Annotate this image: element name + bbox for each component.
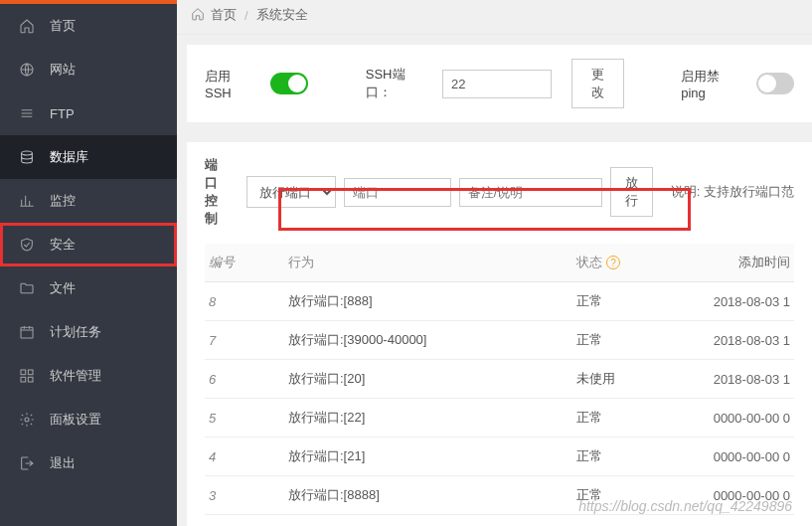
sidebar-item-settings[interactable]: 面板设置 (0, 398, 177, 441)
sidebar-item-cron[interactable]: 计划任务 (0, 310, 177, 354)
sidebar-item-software[interactable]: 软件管理 (0, 354, 177, 398)
table-row: 8放行端口:[888]正常2018-08-03 1 (205, 282, 794, 321)
cell-id: 6 (209, 372, 288, 387)
sidebar-item-security[interactable]: 安全 (0, 223, 177, 266)
port-type-select[interactable]: 放行端口 (246, 176, 336, 208)
svg-rect-3 (21, 370, 26, 375)
cell-time: 2018-08-03 1 (686, 333, 790, 348)
sidebar-item-home[interactable]: 首页 (0, 4, 177, 48)
breadcrumb-current: 系统安全 (256, 6, 308, 24)
remark-input[interactable] (459, 178, 602, 207)
breadcrumb-sep: / (244, 8, 248, 23)
ssh-toggle[interactable] (270, 73, 308, 94)
cell-id: 7 (209, 333, 288, 348)
sidebar-item-label: 面板设置 (50, 411, 101, 429)
sidebar-item-label: 文件 (50, 279, 76, 297)
grid-icon (18, 367, 36, 385)
table-row: 4放行端口:[21]正常0000-00-00 0 (205, 438, 794, 476)
cell-action: 放行端口:[888] (288, 292, 576, 310)
svg-rect-6 (28, 377, 33, 382)
calendar-icon (18, 323, 36, 341)
table-row: 5放行端口:[22]正常0000-00-00 0 (205, 399, 794, 438)
gear-icon (18, 411, 36, 429)
sidebar-item-files[interactable]: 文件 (0, 266, 177, 310)
cell-action: 放行端口:[8888] (288, 486, 576, 504)
watermark: https://blog.csdn.net/qq_42249896 (578, 498, 792, 514)
sidebar-item-label: 退出 (50, 454, 76, 472)
breadcrumb-home[interactable]: 首页 (211, 6, 237, 24)
logout-icon (18, 454, 36, 472)
sidebar: 首页 网站 FTP 数据库 监控 安全 文件 计划任务 (0, 0, 177, 526)
main-content: 首页 / 系统安全 启用SSH SSH端口： 更改 启用禁ping 端口控制 放… (177, 0, 812, 526)
port-control-title: 端口控制 (205, 156, 229, 228)
shield-icon (18, 236, 36, 254)
th-state: 状态 ? (576, 254, 686, 271)
change-button[interactable]: 更改 (571, 59, 624, 108)
folder-icon (18, 279, 36, 297)
cell-time: 0000-00-00 0 (686, 449, 790, 464)
th-action: 行为 (288, 254, 576, 271)
ssh-port-label: SSH端口： (366, 66, 422, 101)
port-table: 编号 行为 状态 ? 添加时间 8放行端口:[888]正常2018-08-03 … (205, 244, 794, 526)
cell-id: 3 (209, 488, 288, 503)
sidebar-item-label: 首页 (50, 17, 76, 35)
cell-action: 放行端口:[22] (288, 409, 576, 427)
cell-time: 2018-08-03 1 (686, 294, 790, 309)
cell-id: 8 (209, 294, 288, 309)
svg-rect-2 (21, 327, 33, 338)
ping-toggle[interactable] (756, 73, 794, 94)
th-time: 添加时间 (686, 254, 790, 271)
svg-point-1 (22, 151, 33, 155)
home-icon (18, 17, 36, 35)
cell-action: 放行端口:[20] (288, 370, 576, 388)
sidebar-item-monitor[interactable]: 监控 (0, 179, 177, 223)
cell-state: 未使用 (576, 370, 686, 388)
chart-icon (18, 192, 36, 210)
port-input[interactable] (344, 178, 451, 207)
sidebar-item-label: 监控 (50, 192, 76, 210)
enable-ping-label: 启用禁ping (681, 68, 735, 100)
globe-icon (18, 61, 36, 79)
port-control-panel: 端口控制 放行端口 放行 说明: 支持放行端口范 编号 行为 状态 ? 添加 (187, 142, 812, 526)
cell-state: 正常 (576, 292, 686, 310)
table-row: 7放行端口:[39000-40000]正常2018-08-03 1 (205, 321, 794, 360)
sidebar-item-label: 安全 (50, 236, 76, 254)
port-note: 说明: 支持放行端口范 (671, 183, 794, 201)
sidebar-item-database[interactable]: 数据库 (0, 135, 177, 179)
help-icon[interactable]: ? (606, 256, 620, 269)
sidebar-item-ftp[interactable]: FTP (0, 91, 177, 135)
allow-button[interactable]: 放行 (610, 167, 653, 217)
sidebar-item-label: 软件管理 (50, 367, 101, 385)
sidebar-item-site[interactable]: 网站 (0, 48, 177, 91)
cell-state: 正常 (576, 447, 686, 465)
home-icon (191, 7, 205, 24)
sidebar-item-label: FTP (50, 106, 75, 121)
svg-rect-4 (28, 370, 33, 375)
svg-rect-5 (21, 377, 26, 382)
th-id: 编号 (209, 254, 288, 271)
table-header: 编号 行为 状态 ? 添加时间 (205, 244, 794, 282)
breadcrumb: 首页 / 系统安全 (177, 0, 812, 35)
cell-time: 0000-00-00 0 (686, 411, 790, 426)
cell-id: 5 (209, 411, 288, 426)
cell-action: 放行端口:[21] (288, 447, 576, 465)
sidebar-item-logout[interactable]: 退出 (0, 441, 177, 485)
sidebar-item-label: 数据库 (50, 148, 88, 166)
enable-ssh-label: 启用SSH (205, 68, 250, 100)
cell-state: 正常 (576, 331, 686, 349)
table-row: 6放行端口:[20]未使用2018-08-03 1 (205, 360, 794, 399)
cell-action: 放行端口:[39000-40000] (288, 331, 576, 349)
sidebar-item-label: 计划任务 (50, 323, 101, 341)
database-icon (18, 148, 36, 166)
cell-id: 4 (209, 449, 288, 464)
cell-time: 2018-08-03 1 (686, 372, 790, 387)
ssh-port-input[interactable] (442, 70, 552, 98)
ssh-panel: 启用SSH SSH端口： 更改 启用禁ping (187, 45, 812, 122)
ftp-icon (18, 104, 36, 122)
svg-point-7 (25, 418, 29, 422)
cell-state: 正常 (576, 409, 686, 427)
sidebar-item-label: 网站 (50, 61, 76, 79)
table-row: 2放行端口:[80]正常0000-00-00 0 (205, 515, 794, 526)
